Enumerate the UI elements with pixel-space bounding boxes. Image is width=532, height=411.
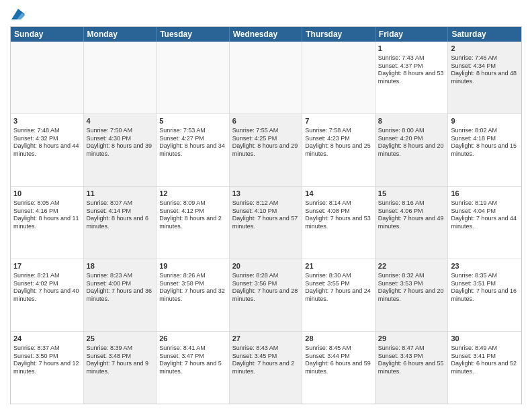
calendar-row: 1Sunrise: 7:43 AM Sunset: 4:37 PM Daylig…: [11, 42, 521, 114]
calendar-cell: 20Sunrise: 8:28 AM Sunset: 3:56 PM Dayli…: [230, 259, 303, 331]
calendar-cell: 9Sunrise: 8:02 AM Sunset: 4:18 PM Daylig…: [448, 114, 521, 186]
day-info: Sunrise: 7:58 AM Sunset: 4:23 PM Dayligh…: [305, 127, 372, 158]
day-number: 17: [13, 261, 81, 271]
day-number: 19: [159, 261, 226, 271]
day-info: Sunrise: 8:00 AM Sunset: 4:20 PM Dayligh…: [378, 127, 445, 158]
day-number: 28: [305, 334, 372, 344]
day-number: 4: [87, 116, 154, 126]
calendar-cell: 29Sunrise: 8:47 AM Sunset: 3:43 PM Dayli…: [375, 332, 449, 404]
day-info: Sunrise: 8:14 AM Sunset: 4:08 PM Dayligh…: [305, 199, 372, 231]
calendar-cell: 17Sunrise: 8:21 AM Sunset: 4:02 PM Dayli…: [11, 259, 84, 331]
calendar-cell: [84, 42, 157, 113]
calendar-cell: [302, 42, 375, 113]
day-number: 16: [451, 189, 519, 199]
day-info: Sunrise: 7:43 AM Sunset: 4:37 PM Dayligh…: [378, 54, 445, 86]
day-info: Sunrise: 8:23 AM Sunset: 4:00 PM Dayligh…: [87, 272, 154, 304]
day-info: Sunrise: 8:32 AM Sunset: 3:53 PM Dayligh…: [378, 272, 445, 304]
day-number: 6: [232, 116, 300, 126]
header: [10, 7, 522, 21]
day-info: Sunrise: 8:28 AM Sunset: 3:56 PM Dayligh…: [232, 272, 300, 304]
day-number: 15: [378, 189, 445, 199]
calendar-cell: 6Sunrise: 7:55 AM Sunset: 4:25 PM Daylig…: [230, 114, 303, 186]
calendar-cell: 23Sunrise: 8:35 AM Sunset: 3:51 PM Dayli…: [448, 259, 521, 331]
day-number: 18: [87, 261, 154, 271]
day-info: Sunrise: 8:45 AM Sunset: 3:44 PM Dayligh…: [305, 345, 372, 376]
day-info: Sunrise: 8:39 AM Sunset: 3:48 PM Dayligh…: [87, 345, 154, 376]
calendar-cell: [11, 42, 84, 113]
day-info: Sunrise: 7:46 AM Sunset: 4:34 PM Dayligh…: [451, 54, 519, 86]
day-info: Sunrise: 8:12 AM Sunset: 4:10 PM Dayligh…: [232, 199, 300, 231]
day-number: 25: [87, 334, 154, 344]
weekday-header: Wednesday: [230, 27, 303, 42]
logo: [10, 7, 25, 21]
day-number: 23: [451, 261, 519, 271]
calendar-cell: 24Sunrise: 8:37 AM Sunset: 3:50 PM Dayli…: [11, 332, 84, 404]
day-number: 13: [232, 189, 300, 199]
day-info: Sunrise: 8:49 AM Sunset: 3:41 PM Dayligh…: [451, 345, 519, 376]
weekday-header: Friday: [375, 27, 449, 42]
calendar-cell: 10Sunrise: 8:05 AM Sunset: 4:16 PM Dayli…: [11, 187, 84, 259]
calendar-cell: 28Sunrise: 8:45 AM Sunset: 3:44 PM Dayli…: [302, 332, 375, 404]
calendar-cell: [230, 42, 303, 113]
day-info: Sunrise: 8:02 AM Sunset: 4:18 PM Dayligh…: [451, 127, 519, 158]
day-info: Sunrise: 8:05 AM Sunset: 4:16 PM Dayligh…: [13, 199, 81, 231]
calendar-cell: 26Sunrise: 8:41 AM Sunset: 3:47 PM Dayli…: [157, 332, 230, 404]
calendar-cell: 8Sunrise: 8:00 AM Sunset: 4:20 PM Daylig…: [375, 114, 449, 186]
day-number: 11: [87, 189, 154, 199]
calendar-cell: 4Sunrise: 7:50 AM Sunset: 4:30 PM Daylig…: [84, 114, 157, 186]
day-info: Sunrise: 8:35 AM Sunset: 3:51 PM Dayligh…: [451, 272, 519, 304]
day-number: 9: [451, 116, 519, 126]
day-info: Sunrise: 8:21 AM Sunset: 4:02 PM Dayligh…: [13, 272, 81, 304]
day-number: 21: [305, 261, 372, 271]
calendar-cell: 2Sunrise: 7:46 AM Sunset: 4:34 PM Daylig…: [448, 42, 521, 113]
calendar-cell: 25Sunrise: 8:39 AM Sunset: 3:48 PM Dayli…: [84, 332, 157, 404]
day-number: 12: [159, 189, 226, 199]
day-number: 29: [378, 334, 445, 344]
calendar-cell: 3Sunrise: 7:48 AM Sunset: 4:32 PM Daylig…: [11, 114, 84, 186]
day-number: 22: [378, 261, 445, 271]
calendar-body: 1Sunrise: 7:43 AM Sunset: 4:37 PM Daylig…: [11, 42, 521, 404]
day-number: 20: [232, 261, 300, 271]
weekday-header: Saturday: [448, 27, 521, 42]
calendar-cell: 21Sunrise: 8:30 AM Sunset: 3:55 PM Dayli…: [302, 259, 375, 331]
day-number: 26: [159, 334, 226, 344]
day-info: Sunrise: 7:48 AM Sunset: 4:32 PM Dayligh…: [13, 127, 81, 158]
calendar-cell: 15Sunrise: 8:16 AM Sunset: 4:06 PM Dayli…: [375, 187, 449, 259]
calendar-cell: 22Sunrise: 8:32 AM Sunset: 3:53 PM Dayli…: [375, 259, 449, 331]
calendar: SundayMondayTuesdayWednesdayThursdayFrid…: [10, 26, 522, 404]
day-info: Sunrise: 8:26 AM Sunset: 3:58 PM Dayligh…: [159, 272, 226, 304]
day-info: Sunrise: 8:43 AM Sunset: 3:45 PM Dayligh…: [232, 345, 300, 376]
page: SundayMondayTuesdayWednesdayThursdayFrid…: [0, 0, 532, 411]
logo-text: [10, 7, 25, 21]
day-number: 5: [159, 116, 226, 126]
day-info: Sunrise: 8:30 AM Sunset: 3:55 PM Dayligh…: [305, 272, 372, 304]
calendar-row: 10Sunrise: 8:05 AM Sunset: 4:16 PM Dayli…: [11, 187, 521, 259]
day-number: 3: [13, 116, 81, 126]
day-number: 7: [305, 116, 372, 126]
day-info: Sunrise: 8:07 AM Sunset: 4:14 PM Dayligh…: [87, 199, 154, 231]
calendar-row: 17Sunrise: 8:21 AM Sunset: 4:02 PM Dayli…: [11, 259, 521, 332]
calendar-row: 24Sunrise: 8:37 AM Sunset: 3:50 PM Dayli…: [11, 332, 521, 404]
day-info: Sunrise: 7:50 AM Sunset: 4:30 PM Dayligh…: [87, 127, 154, 158]
calendar-cell: 7Sunrise: 7:58 AM Sunset: 4:23 PM Daylig…: [302, 114, 375, 186]
weekday-header: Tuesday: [157, 27, 230, 42]
day-info: Sunrise: 8:16 AM Sunset: 4:06 PM Dayligh…: [378, 199, 445, 231]
day-number: 1: [378, 44, 445, 54]
calendar-cell: 19Sunrise: 8:26 AM Sunset: 3:58 PM Dayli…: [157, 259, 230, 331]
day-info: Sunrise: 8:09 AM Sunset: 4:12 PM Dayligh…: [159, 199, 226, 231]
day-info: Sunrise: 7:53 AM Sunset: 4:27 PM Dayligh…: [159, 127, 226, 158]
calendar-header: SundayMondayTuesdayWednesdayThursdayFrid…: [11, 27, 521, 42]
calendar-cell: 5Sunrise: 7:53 AM Sunset: 4:27 PM Daylig…: [157, 114, 230, 186]
calendar-cell: 14Sunrise: 8:14 AM Sunset: 4:08 PM Dayli…: [302, 187, 375, 259]
day-info: Sunrise: 8:41 AM Sunset: 3:47 PM Dayligh…: [159, 345, 226, 376]
day-number: 14: [305, 189, 372, 199]
logo-icon: [11, 9, 25, 19]
day-info: Sunrise: 7:55 AM Sunset: 4:25 PM Dayligh…: [232, 127, 300, 158]
calendar-cell: 27Sunrise: 8:43 AM Sunset: 3:45 PM Dayli…: [230, 332, 303, 404]
day-info: Sunrise: 8:37 AM Sunset: 3:50 PM Dayligh…: [13, 345, 81, 376]
calendar-cell: 18Sunrise: 8:23 AM Sunset: 4:00 PM Dayli…: [84, 259, 157, 331]
calendar-cell: 16Sunrise: 8:19 AM Sunset: 4:04 PM Dayli…: [448, 187, 521, 259]
day-number: 10: [13, 189, 81, 199]
calendar-row: 3Sunrise: 7:48 AM Sunset: 4:32 PM Daylig…: [11, 114, 521, 187]
day-number: 27: [232, 334, 300, 344]
